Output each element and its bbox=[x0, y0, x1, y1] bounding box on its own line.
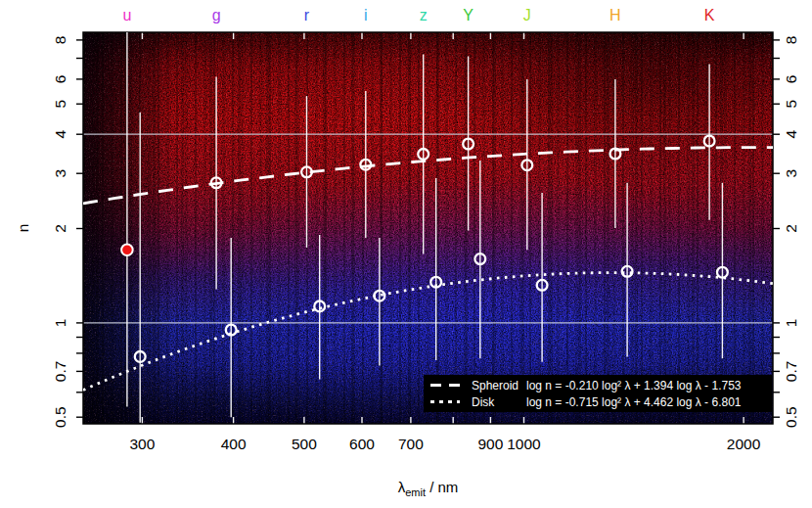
y-tick-label-right-3: 3 bbox=[783, 169, 799, 178]
y-tick-label-left-4: 4 bbox=[52, 130, 68, 139]
legend-fit-formula: log n = -0.210 log² λ + 1.394 log λ - 1.… bbox=[526, 379, 741, 393]
y-tick-label-right-0.7: 0.7 bbox=[783, 361, 799, 383]
x-axis-title: λemit / nm bbox=[83, 479, 773, 498]
legend-fit-formula: log n = -0.715 log² λ + 4.462 log λ - 6.… bbox=[526, 395, 741, 409]
dashed-line-icon bbox=[430, 384, 460, 387]
plot-area bbox=[83, 32, 773, 424]
dotted-line-icon bbox=[430, 400, 460, 403]
legend-row-spheroid: Spheroid log n = -0.210 log² λ + 1.394 l… bbox=[430, 379, 772, 393]
y-tick-label-right-1: 1 bbox=[783, 319, 799, 328]
band-label-i: i bbox=[364, 7, 368, 23]
band-label-r: r bbox=[304, 7, 310, 23]
x-tick-label-1000: 1000 bbox=[507, 436, 541, 452]
y-tick-label-right-5: 5 bbox=[783, 100, 799, 109]
band-label-K: K bbox=[704, 7, 715, 23]
y-tick-label-left-0.5: 0.5 bbox=[52, 406, 68, 428]
scatter-vertical-streaks bbox=[83, 32, 773, 424]
x-tick-label-300: 300 bbox=[129, 436, 155, 452]
band-label-g: g bbox=[212, 7, 221, 23]
sersic-index-vs-wavelength-chart: ugrizYJHK300400500600700900100020000.50.… bbox=[0, 0, 812, 508]
band-label-z: z bbox=[420, 7, 428, 23]
legend-series-name: Disk bbox=[472, 395, 526, 409]
x-tick-label-900: 900 bbox=[477, 436, 503, 452]
x-tick-label-500: 500 bbox=[292, 436, 317, 452]
y-tick-label-right-0.5: 0.5 bbox=[783, 406, 799, 428]
x-axis-unit: / nm bbox=[426, 479, 458, 495]
y-tick-label-right-8: 8 bbox=[783, 36, 799, 45]
x-tick-label-700: 700 bbox=[398, 436, 424, 452]
y-tick-label-left-6: 6 bbox=[52, 75, 68, 84]
y-tick-label-left-0.7: 0.7 bbox=[52, 361, 68, 383]
y-tick-label-right-4: 4 bbox=[783, 130, 799, 139]
y-tick-label-left-5: 5 bbox=[52, 100, 68, 109]
y-tick-label-left-1: 1 bbox=[52, 319, 68, 328]
legend: Spheroid log n = -0.210 log² λ + 1.394 l… bbox=[424, 375, 772, 412]
y-axis-title: n bbox=[15, 224, 31, 233]
legend-row-disk: Disk log n = -0.715 log² λ + 4.462 log λ… bbox=[430, 395, 772, 409]
y-tick-label-left-8: 8 bbox=[52, 36, 68, 45]
x-tick-label-600: 600 bbox=[349, 436, 375, 452]
legend-series-name: Spheroid bbox=[472, 379, 526, 393]
lambda-subscript: emit bbox=[405, 486, 426, 498]
y-tick-label-right-2: 2 bbox=[783, 224, 799, 233]
band-label-J: J bbox=[523, 7, 531, 23]
band-label-H: H bbox=[609, 7, 621, 23]
y-tick-label-right-6: 6 bbox=[783, 75, 799, 84]
x-tick-label-2000: 2000 bbox=[727, 436, 761, 452]
y-tick-label-left-3: 3 bbox=[52, 169, 68, 178]
x-tick-label-400: 400 bbox=[221, 436, 247, 452]
band-label-u: u bbox=[122, 7, 131, 23]
band-label-Y: Y bbox=[463, 7, 474, 23]
y-tick-label-left-2: 2 bbox=[52, 224, 68, 233]
